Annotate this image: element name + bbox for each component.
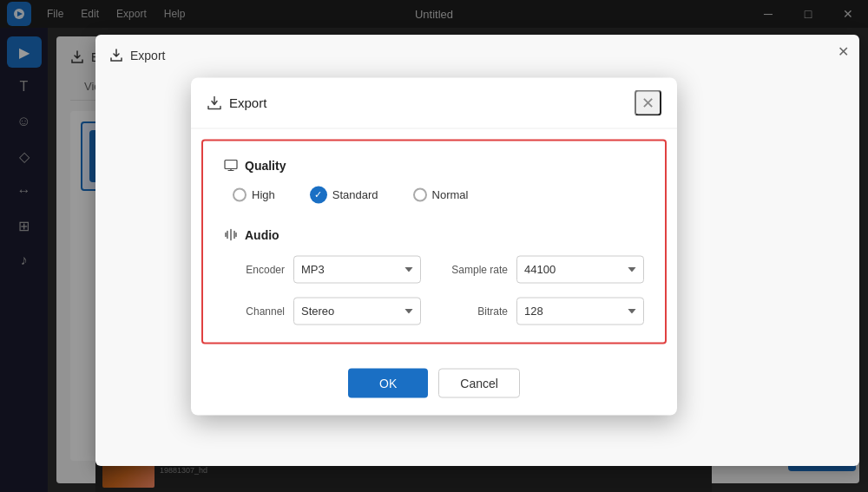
- modal-close-button[interactable]: ✕: [635, 89, 661, 115]
- audio-icon: [224, 227, 238, 241]
- modal-header: Export ✕: [191, 77, 677, 128]
- radio-normal: [413, 187, 427, 201]
- modal-body: Quality High ✓ Standard Normal Aud: [201, 139, 667, 344]
- radio-standard-check: ✓: [310, 186, 327, 203]
- outer-export-close-button[interactable]: ✕: [838, 43, 849, 60]
- modal-title: Export: [207, 95, 266, 110]
- audio-section: Audio Encoder MP3 AAC WAV Sample rate: [224, 224, 644, 325]
- audio-section-header: Audio: [224, 227, 644, 241]
- quality-section-header: Quality: [224, 158, 644, 172]
- channel-select[interactable]: Stereo Mono: [293, 297, 421, 325]
- quality-option-normal[interactable]: Normal: [413, 187, 469, 201]
- sample-rate-label: Sample rate: [447, 263, 508, 275]
- monitor-icon: [224, 158, 238, 172]
- quality-option-standard[interactable]: ✓ Standard: [310, 186, 378, 203]
- encoder-row: Encoder MP3 AAC WAV: [224, 255, 421, 283]
- svg-rect-2: [225, 160, 237, 168]
- encoder-select[interactable]: MP3 AAC WAV: [293, 255, 421, 283]
- bitrate-select[interactable]: 128 192 256 320: [516, 297, 644, 325]
- bitrate-row: Bitrate 128 192 256 320: [447, 297, 644, 325]
- quality-option-high[interactable]: High: [233, 187, 275, 201]
- ok-button[interactable]: OK: [348, 368, 428, 397]
- sample-rate-select[interactable]: 44100 22050 48000: [516, 255, 644, 283]
- quality-options: High ✓ Standard Normal: [224, 186, 644, 203]
- cancel-button[interactable]: Cancel: [438, 368, 520, 397]
- outer-export-icon: [109, 49, 123, 62]
- modal-footer: OK Cancel: [191, 354, 677, 415]
- bitrate-label: Bitrate: [447, 305, 508, 317]
- radio-high: [233, 187, 247, 201]
- export-modal: Export ✕ Quality High ✓ Standard Norma: [191, 77, 677, 415]
- outer-export-dialog-title: Export: [109, 49, 845, 62]
- sample-rate-row: Sample rate 44100 22050 48000: [447, 255, 644, 283]
- channel-row: Channel Stereo Mono: [224, 297, 421, 325]
- audio-form-grid: Encoder MP3 AAC WAV Sample rate 44100 22…: [224, 255, 644, 325]
- modal-export-icon: [207, 95, 222, 110]
- encoder-label: Encoder: [224, 263, 285, 275]
- channel-label: Channel: [224, 305, 285, 317]
